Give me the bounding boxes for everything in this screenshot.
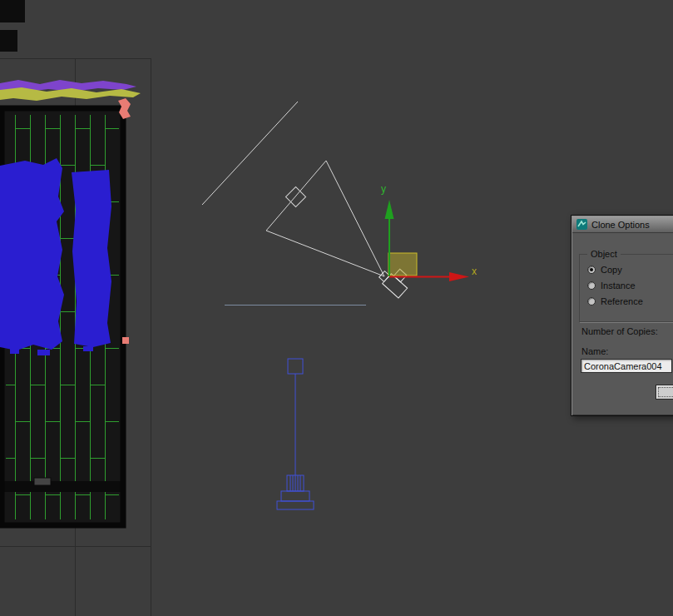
- radio-instance[interactable]: [587, 281, 596, 290]
- radio-reference-label: Reference: [601, 296, 643, 306]
- object-group-label: Object: [587, 249, 621, 259]
- dialog-titlebar[interactable]: Clone Options: [572, 216, 673, 233]
- corner-geometry-blocks[interactable]: [0, 0, 25, 52]
- helper-line[interactable]: [202, 102, 298, 205]
- radio-instance-label: Instance: [601, 281, 636, 291]
- radio-copy[interactable]: [587, 266, 596, 274]
- gizmo-xy-plane-handle[interactable]: [388, 253, 417, 276]
- number-of-copies-label: Number of Copies:: [581, 326, 658, 336]
- ok-button-partial[interactable]: [656, 385, 673, 400]
- viewport[interactable]: y x Clone Options Object Copy Instance: [0, 0, 673, 616]
- x-axis-label: x: [472, 266, 477, 276]
- y-axis-label: y: [381, 184, 386, 194]
- move-gizmo[interactable]: [385, 200, 470, 281]
- radio-option-copy[interactable]: Copy: [587, 265, 673, 275]
- max-logo-icon: [577, 219, 587, 230]
- name-input[interactable]: [581, 359, 672, 373]
- radio-option-reference[interactable]: Reference: [587, 296, 673, 306]
- light-object[interactable]: [277, 359, 314, 509]
- radio-reference[interactable]: [587, 297, 596, 306]
- radio-copy-label: Copy: [601, 265, 622, 275]
- name-label: Name:: [581, 346, 608, 356]
- blue-scatter-object[interactable]: [0, 158, 111, 355]
- object-group: Object Copy Instance Reference: [579, 249, 673, 322]
- clone-options-dialog: Clone Options Object Copy Instance Refer…: [571, 215, 673, 416]
- dialog-title: Clone Options: [591, 220, 650, 230]
- radio-option-instance[interactable]: Instance: [587, 281, 673, 291]
